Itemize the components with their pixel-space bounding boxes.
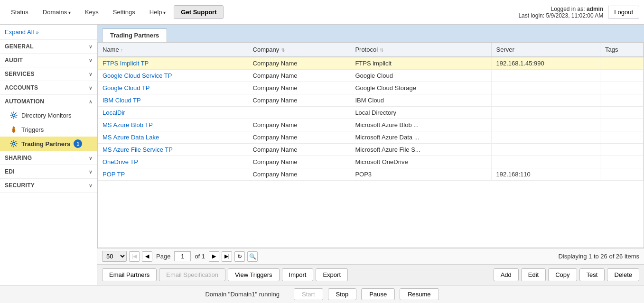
table-row[interactable]: POP TPCompany NamePOP3192.168:110 xyxy=(98,168,644,181)
tp-name-link[interactable]: FTPS Implicit TP xyxy=(103,60,149,67)
sidebar-section-general: GENERAL ∨ xyxy=(0,40,97,54)
pause-button[interactable]: Pause xyxy=(361,288,395,300)
expand-all-button[interactable]: Expand All » xyxy=(0,25,97,40)
cell-company: Company Name xyxy=(248,82,350,94)
tp-name-link[interactable]: MS Azure Blob TP xyxy=(103,121,153,129)
cell-protocol: Microsoft OneDrive xyxy=(350,156,491,168)
sidebar-item-directory-monitors[interactable]: Directory Monitors xyxy=(0,108,97,122)
cell-protocol: IBM Cloud xyxy=(350,94,491,107)
cell-protocol: POP3 xyxy=(350,168,491,181)
delete-button[interactable]: Delete xyxy=(607,268,639,281)
sidebar-section-sharing-header[interactable]: SHARING ∨ xyxy=(0,151,97,165)
export-button[interactable]: Export xyxy=(316,268,348,281)
tab-trading-partners[interactable]: Trading Partners xyxy=(102,28,167,42)
per-page-select[interactable]: 50 25 100 xyxy=(102,251,127,262)
nav-help[interactable]: Help xyxy=(143,6,172,18)
import-button[interactable]: Import xyxy=(282,268,314,281)
next-page-button[interactable]: ▶ xyxy=(209,251,219,262)
pagination-bar: 50 25 100 |◀ ◀ Page of 1 ▶ ▶| ↻ 🔍 Displa… xyxy=(97,248,644,264)
refresh-button[interactable]: ↻ xyxy=(234,251,245,262)
cell-name: MS Azure Blob TP xyxy=(98,119,248,131)
email-specification-button[interactable]: Email Specification xyxy=(159,268,225,281)
username: admin xyxy=(587,6,603,12)
sidebar-section-audit-header[interactable]: AUDIT ∨ xyxy=(0,54,97,67)
cell-protocol: Microsoft Azure Data ... xyxy=(350,131,491,144)
page-label: Page xyxy=(156,253,170,260)
sidebar-item-triggers[interactable]: Triggers xyxy=(0,122,97,137)
nav-status[interactable]: Status xyxy=(5,6,35,18)
page-number-input[interactable] xyxy=(174,251,191,261)
displaying-info: Displaying 1 to 26 of 26 items xyxy=(260,253,639,260)
sidebar-section-accounts-header[interactable]: ACCOUNTS ∨ xyxy=(0,81,97,94)
cell-company: Company Name xyxy=(248,131,350,144)
get-support-button[interactable]: Get Support xyxy=(174,5,224,19)
tp-name-link[interactable]: IBM Cloud TP xyxy=(103,97,141,104)
cell-company: Company Name xyxy=(248,94,350,107)
chevron-icon: ∨ xyxy=(89,72,92,77)
edit-button[interactable]: Edit xyxy=(521,268,546,281)
last-page-button[interactable]: ▶| xyxy=(222,251,232,262)
expand-all-label: Expand All xyxy=(5,28,34,36)
table-row[interactable]: IBM Cloud TPCompany NameIBM Cloud xyxy=(98,94,644,107)
table-row[interactable]: OneDrive TPCompany NameMicrosoft OneDriv… xyxy=(98,156,644,168)
tp-name-link[interactable]: Google Cloud Service TP xyxy=(103,72,172,79)
tp-name-link[interactable]: MS Azure Data Lake xyxy=(103,134,159,141)
cell-protocol: Google Cloud xyxy=(350,70,491,82)
email-partners-button[interactable]: Email Partners xyxy=(102,268,157,281)
sidebar-section-services-header[interactable]: SERVICES ∨ xyxy=(0,67,97,81)
table-row[interactable]: MS Azure Blob TPCompany NameMicrosoft Az… xyxy=(98,119,644,131)
cell-tags xyxy=(600,57,643,70)
cell-protocol: FTPS implicit xyxy=(350,57,491,70)
view-triggers-button[interactable]: View Triggers xyxy=(228,268,280,281)
tp-name-link[interactable]: Google Cloud TP xyxy=(103,84,150,92)
sidebar-section-general-header[interactable]: GENERAL ∨ xyxy=(0,40,97,53)
cell-tags xyxy=(600,131,643,144)
first-page-button[interactable]: |◀ xyxy=(129,251,140,262)
nav-keys[interactable]: Keys xyxy=(79,6,105,18)
stop-button[interactable]: Stop xyxy=(328,288,357,300)
sort-icon[interactable]: ↑ xyxy=(121,47,123,53)
main-area: Expand All » GENERAL ∨ AUDIT ∨ SERVICES … xyxy=(0,25,644,285)
table-row[interactable]: LocalDirLocal Directory xyxy=(98,107,644,119)
sort-icon[interactable]: ⇅ xyxy=(380,47,383,53)
sort-icon[interactable]: ⇅ xyxy=(281,47,285,53)
table-row[interactable]: MS Azure File Service TPCompany NameMicr… xyxy=(98,144,644,156)
cell-server xyxy=(491,70,600,82)
search-button[interactable]: 🔍 xyxy=(247,251,258,262)
tp-name-link[interactable]: LocalDir xyxy=(103,109,125,116)
tp-name-link[interactable]: POP TP xyxy=(103,171,125,178)
gear2-icon xyxy=(9,139,18,148)
sidebar-item-directory-monitors-label: Directory Monitors xyxy=(21,112,71,119)
sidebar-section-security-header[interactable]: SECURITY ∨ xyxy=(0,179,97,192)
nav-settings[interactable]: Settings xyxy=(107,6,141,18)
tp-name-link[interactable]: MS Azure File Service TP xyxy=(103,146,173,153)
tp-name-link[interactable]: OneDrive TP xyxy=(103,158,138,165)
prev-page-button[interactable]: ◀ xyxy=(142,251,152,262)
test-button[interactable]: Test xyxy=(579,268,605,281)
logout-button[interactable]: Logout xyxy=(608,6,639,18)
start-button[interactable]: Start xyxy=(294,288,323,300)
sidebar-item-trading-partners[interactable]: Trading Partners 1 xyxy=(0,137,97,151)
svg-point-0 xyxy=(13,114,15,117)
col-protocol: Protocol ⇅ xyxy=(350,43,491,57)
sidebar-section-automation: AUTOMATION ∧ Directory Monitors Triggers xyxy=(0,95,97,151)
cell-tags xyxy=(600,70,643,82)
copy-button[interactable]: Copy xyxy=(548,268,577,281)
resume-button[interactable]: Resume xyxy=(400,288,439,300)
nav-domains[interactable]: Domains xyxy=(37,6,77,18)
domain-status: Domain "Domain1" running xyxy=(205,291,280,298)
table-row[interactable]: Google Cloud TPCompany NameGoogle Cloud … xyxy=(98,82,644,94)
cell-company: Company Name xyxy=(248,156,350,168)
chevron-up-icon: ∧ xyxy=(89,99,92,104)
nav-items: Status Domains Keys Settings Help Get Su… xyxy=(5,5,518,19)
table-row[interactable]: MS Azure Data LakeCompany NameMicrosoft … xyxy=(98,131,644,144)
add-button[interactable]: Add xyxy=(494,268,519,281)
sidebar-section-edi-header[interactable]: EDI ∨ xyxy=(0,165,97,178)
sidebar-section-automation-header[interactable]: AUTOMATION ∧ xyxy=(0,95,97,108)
cell-name: LocalDir xyxy=(98,107,248,119)
table-row[interactable]: FTPS Implicit TPCompany NameFTPS implici… xyxy=(98,57,644,70)
sidebar-badge-trading-partners: 1 xyxy=(74,139,82,148)
cell-server xyxy=(491,82,600,94)
sidebar-section-accounts: ACCOUNTS ∨ xyxy=(0,81,97,95)
table-row[interactable]: Google Cloud Service TPCompany NameGoogl… xyxy=(98,70,644,82)
